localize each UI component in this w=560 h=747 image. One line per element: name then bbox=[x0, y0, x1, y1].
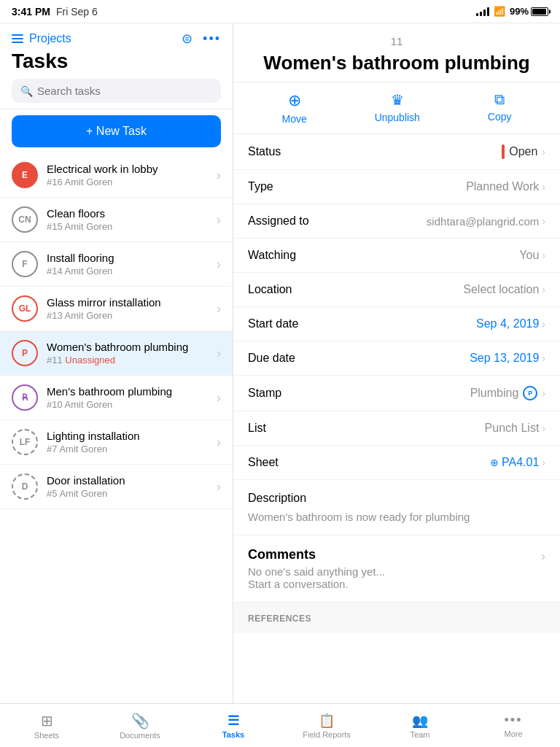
task-meta: #10 Amit Goren bbox=[47, 399, 208, 410]
due-date-row[interactable]: Due date Sep 13, 2019 › bbox=[233, 341, 560, 376]
more-icon: ••• bbox=[505, 713, 523, 728]
task-avatar: D bbox=[12, 473, 38, 500]
list-chevron: › bbox=[542, 422, 545, 434]
detail-fields: Status Open › Type Planned Work › Assign… bbox=[233, 134, 560, 480]
start-date-row[interactable]: Start date Sep 4, 2019 › bbox=[233, 307, 560, 341]
task-name: Clean floors bbox=[47, 207, 208, 220]
detail-title: Women's bathroom plumbing bbox=[248, 52, 545, 74]
task-info: Men's bathroom plumbing #10 Amit Goren bbox=[47, 385, 208, 410]
nav-tasks[interactable]: ☰ Tasks bbox=[187, 704, 280, 747]
task-item[interactable]: CN Clean floors #15 Amit Goren › bbox=[0, 198, 233, 242]
task-info: Glass mirror installation #13 Amit Goren bbox=[47, 296, 208, 321]
start-date-label: Start date bbox=[248, 317, 298, 330]
task-name: Women's bathroom plumbing bbox=[47, 341, 208, 353]
more-options-button[interactable]: ••• bbox=[203, 31, 221, 47]
status-label: Status bbox=[248, 145, 281, 158]
task-meta: #16 Amit Goren bbox=[47, 177, 208, 187]
task-item[interactable]: LF Lighting installation #7 Amit Goren › bbox=[0, 420, 233, 465]
task-name: Glass mirror installation bbox=[47, 296, 208, 309]
type-row[interactable]: Type Planned Work › bbox=[233, 170, 560, 204]
projects-nav[interactable]: Projects bbox=[12, 32, 71, 45]
task-name: Door installation bbox=[47, 474, 208, 487]
task-item[interactable]: P Women's bathroom plumbing #11 Unassign… bbox=[0, 331, 233, 376]
task-item[interactable]: F Install flooring #14 Amit Goren › bbox=[0, 242, 233, 287]
task-info: Install flooring #14 Amit Goren bbox=[47, 252, 208, 276]
sheet-chevron: › bbox=[542, 457, 545, 468]
comments-cta: Start a conversation. bbox=[248, 578, 385, 590]
nav-more[interactable]: ••• More bbox=[467, 704, 560, 747]
due-date-value: Sep 13, 2019 bbox=[470, 352, 539, 365]
comments-empty: No one's said anything yet... bbox=[248, 565, 385, 578]
task-item[interactable]: E Electrical work in lobby #16 Amit Gore… bbox=[0, 153, 233, 198]
task-item[interactable]: R̶ Men's bathroom plumbing #10 Amit Gore… bbox=[0, 376, 233, 420]
stamp-row[interactable]: Stamp Plumbing P › bbox=[233, 376, 560, 411]
task-info: Lighting installation #7 Amit Goren bbox=[47, 430, 208, 454]
task-meta: #11 Unassigned bbox=[47, 355, 208, 365]
assigned-chevron: › bbox=[542, 215, 545, 227]
task-meta: #13 Amit Goren bbox=[47, 310, 208, 321]
status-value: Open bbox=[509, 145, 537, 158]
sheets-icon: ⊞ bbox=[41, 712, 53, 729]
sheet-value: PA4.01 bbox=[502, 456, 539, 469]
signal-icon bbox=[476, 7, 489, 16]
start-date-chevron: › bbox=[542, 318, 545, 330]
watching-row[interactable]: Watching You › bbox=[233, 239, 560, 273]
hamburger-icon bbox=[12, 34, 23, 43]
task-list: E Electrical work in lobby #16 Amit Gore… bbox=[0, 153, 233, 703]
bottom-nav: ⊞ Sheets 📎 Documents ☰ Tasks 📋 Field Rep… bbox=[0, 703, 560, 747]
wifi-icon: 📶 bbox=[494, 6, 505, 17]
task-avatar: GL bbox=[12, 295, 38, 322]
task-item[interactable]: GL Glass mirror installation #13 Amit Go… bbox=[0, 287, 233, 331]
sheet-row[interactable]: Sheet ⊕ PA4.01 › bbox=[233, 446, 560, 480]
move-button[interactable]: ⊕ Move bbox=[281, 91, 306, 125]
filter-button[interactable]: ⊜ bbox=[182, 31, 192, 47]
detail-task-number: 11 bbox=[248, 35, 545, 47]
move-icon: ⊕ bbox=[288, 91, 301, 110]
assigned-row[interactable]: Assigned to sidhtara@plangrid.com › bbox=[233, 204, 560, 239]
task-name: Electrical work in lobby bbox=[47, 163, 208, 175]
projects-label: Projects bbox=[29, 32, 71, 45]
copy-button[interactable]: ⧉ Copy bbox=[488, 91, 512, 125]
copy-icon: ⧉ bbox=[494, 91, 505, 108]
task-chevron: › bbox=[217, 390, 221, 406]
references-label: REFERENCES bbox=[248, 614, 311, 624]
stamp-label: Stamp bbox=[248, 387, 281, 400]
status-row[interactable]: Status Open › bbox=[233, 134, 560, 170]
status-chevron: › bbox=[542, 146, 545, 158]
due-date-chevron: › bbox=[542, 352, 545, 364]
action-bar: ⊕ Move ♛ Unpublish ⧉ Copy bbox=[233, 82, 560, 134]
unpublish-icon: ♛ bbox=[391, 91, 404, 109]
watching-chevron: › bbox=[542, 249, 545, 261]
references-section: REFERENCES bbox=[233, 603, 560, 633]
search-bar[interactable]: 🔍 bbox=[12, 79, 221, 103]
task-meta: #5 Amit Goren bbox=[47, 488, 208, 499]
comments-section[interactable]: Comments No one's said anything yet... S… bbox=[233, 535, 560, 603]
nav-team[interactable]: 👥 Team bbox=[373, 704, 467, 747]
location-chevron: › bbox=[542, 284, 545, 295]
new-task-button[interactable]: + New Task bbox=[12, 115, 221, 147]
search-icon: 🔍 bbox=[20, 85, 33, 97]
search-input[interactable] bbox=[37, 85, 212, 97]
sheet-target-icon: ⊕ bbox=[490, 457, 499, 468]
task-avatar: R̶ bbox=[12, 384, 38, 411]
nav-documents[interactable]: 📎 Documents bbox=[93, 704, 187, 747]
description-text: Women's bathroom is now ready for plumbi… bbox=[248, 511, 545, 523]
stamp-circle-icon: P bbox=[523, 386, 537, 400]
task-avatar: CN bbox=[12, 206, 38, 233]
due-date-label: Due date bbox=[248, 352, 295, 365]
status-indicator bbox=[502, 144, 505, 159]
location-row[interactable]: Location Select location › bbox=[233, 273, 560, 307]
task-avatar: E bbox=[12, 162, 38, 188]
task-info: Women's bathroom plumbing #11 Unassigned bbox=[47, 341, 208, 365]
right-panel: 11 Women's bathroom plumbing ⊕ Move ♛ Un… bbox=[233, 23, 560, 703]
list-row[interactable]: List Punch List › bbox=[233, 411, 560, 446]
type-value: Planned Work bbox=[466, 180, 539, 193]
unpublish-button[interactable]: ♛ Unpublish bbox=[375, 91, 420, 125]
task-name: Men's bathroom plumbing bbox=[47, 385, 208, 398]
assigned-label: Assigned to bbox=[248, 214, 309, 228]
nav-sheets[interactable]: ⊞ Sheets bbox=[0, 704, 93, 747]
type-label: Type bbox=[248, 180, 273, 193]
nav-field-reports[interactable]: 📋 Field Reports bbox=[280, 704, 373, 747]
location-value: Select location bbox=[463, 283, 539, 296]
task-item[interactable]: D Door installation #5 Amit Goren › bbox=[0, 465, 233, 509]
